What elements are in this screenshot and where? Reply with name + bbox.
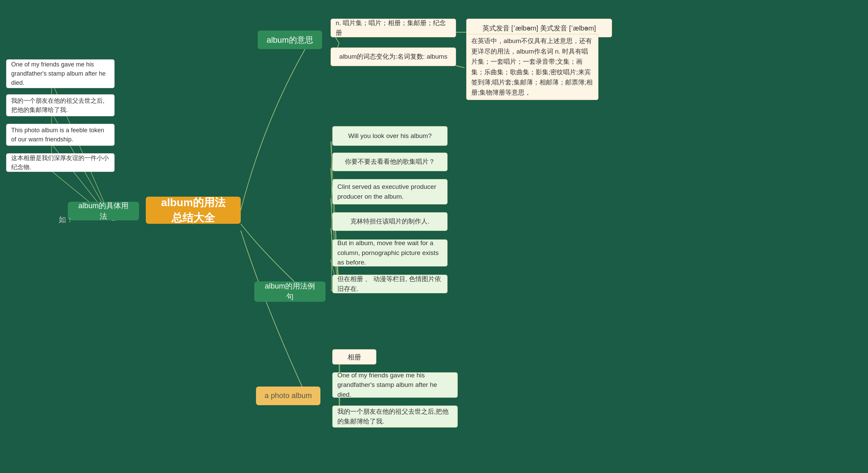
left-node-2: 我的一个朋友在他的祖父去世之后,把他的集邮簿给了我.: [6, 94, 115, 116]
example-6-text: 但在相册 、 动漫等栏目, 色情图片依旧存在.: [337, 274, 442, 294]
center-node: album的用法总结大全: [146, 197, 241, 224]
left-node-4: 这本相册是我们深厚友谊的一件小小纪念物.: [6, 153, 115, 172]
meaning-node: album的意思: [258, 31, 322, 49]
example-5-text: But in album, move free wait for a colum…: [337, 238, 442, 268]
examples-node: album的用法例句: [254, 281, 326, 302]
photo-album-chinese-node: 相册: [332, 349, 376, 364]
example-3-node: Clint served as executive producer produ…: [332, 179, 448, 204]
left-node-1: One of my friends gave me his grandfathe…: [6, 59, 115, 88]
example-1-text: Will you look over his album?: [348, 131, 432, 141]
mindmap-container: album的用法总结大全 album的具体用法 如： album的意思 n. 唱…: [0, 0, 868, 473]
detail-node: 在英语中，album不仅具有上述意思，还有更详尽的用法，album作名词 n. …: [466, 34, 598, 100]
like-label-node: 如：: [58, 214, 75, 226]
example-4-text: 克林特担任该唱片的制作人.: [350, 217, 429, 226]
left-node-3: This photo album is a feeble token of ou…: [6, 124, 115, 146]
example-5-node: But in album, move free wait for a colum…: [332, 239, 448, 267]
connections-svg: [0, 0, 868, 473]
example-2-node: 你要不要去看看他的歌集唱片？: [332, 153, 448, 171]
photo-album-node: a photo album: [256, 387, 320, 405]
specific-usage-node: album的具体用法: [68, 202, 139, 220]
photo-album-cn1-node: 我的一个朋友在他的祖父去世之后,把他的集邮簿给了我.: [332, 406, 458, 428]
example-3-text: Clint served as executive producer produ…: [337, 182, 442, 201]
morphology-node: album的词态变化为:名词复数: albums: [331, 47, 456, 66]
photo-album-en1-node: One of my friends gave me his grandfathe…: [332, 372, 458, 398]
example-2-text: 你要不要去看看他的歌集唱片？: [345, 157, 435, 167]
example-6-node: 但在相册 、 动漫等栏目, 色情图片依旧存在.: [332, 275, 448, 293]
example-4-node: 克林特担任该唱片的制作人.: [332, 212, 448, 231]
example-1-node: Will you look over his album?: [332, 126, 448, 146]
definition-node: n. 唱片集；唱片；相册；集邮册；纪念册: [331, 19, 456, 37]
